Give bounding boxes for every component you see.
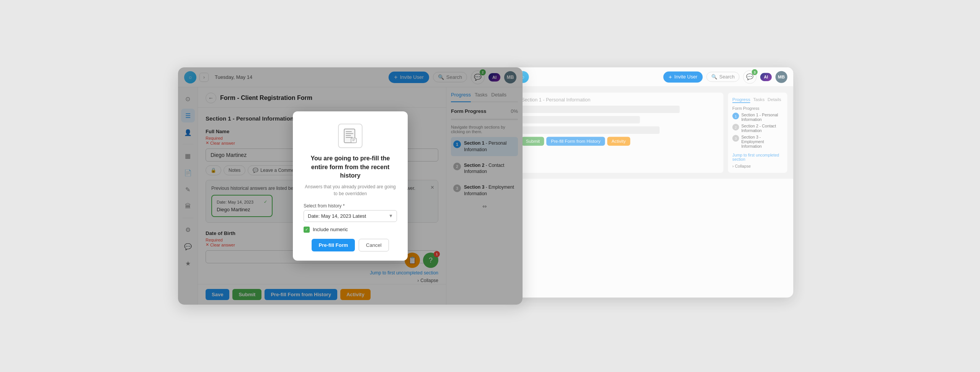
secondary-search[interactable]: 🔍 Search: [706, 72, 740, 82]
secondary-form: Section 1 - Personal Information Submit …: [517, 93, 724, 173]
modal-form-icon: [338, 124, 363, 148]
secondary-form-progress-label: Form Progress: [732, 106, 783, 111]
modal-cancel-button[interactable]: Cancel: [359, 239, 389, 251]
secondary-prefill-btn: Pre-fill Form from History: [546, 137, 605, 145]
modal-select-wrapper: Date: May 14, 2023 Latest ▼: [304, 210, 397, 222]
modal-title: You are going to pre-fill the entire for…: [304, 154, 397, 180]
secondary-avatar: MB: [776, 71, 787, 83]
main-window: ○ › Tuesday, May 14 + Invite User 🔍 Sear…: [178, 67, 523, 305]
secondary-jump-link: Jump to first uncompleted section: [732, 153, 783, 162]
secondary-section-title: Section 1 - Personal Information: [521, 97, 719, 103]
svg-rect-7: [352, 140, 354, 141]
modal-prefill-button[interactable]: Pre-fill Form: [312, 239, 355, 251]
secondary-section-1-nav: 1 Section 1 - Personal Information: [732, 113, 783, 121]
secondary-section-2-nav: 2 Section 2 - Contact Information: [732, 124, 783, 132]
include-numeric-label: Include numeric: [313, 227, 348, 232]
modal-actions: Pre-fill Form Cancel: [304, 239, 397, 251]
secondary-submit-btn: Submit: [521, 137, 544, 145]
history-select[interactable]: Date: May 14, 2023 Latest: [304, 210, 397, 222]
secondary-right-panel: Progress Tasks Details Form Progress 1 S…: [728, 93, 787, 173]
secondary-activity-btn: Activity: [607, 137, 630, 145]
svg-rect-6: [352, 139, 355, 140]
svg-rect-1: [346, 131, 352, 132]
modal-overlay[interactable]: You are going to pre-fill the entire for…: [178, 67, 523, 305]
secondary-nav-actions: + Invite User 🔍 Search 💬 3 AI MB: [663, 70, 787, 83]
include-numeric-checkbox[interactable]: ✓: [304, 227, 310, 233]
secondary-section-3-nav: 3 Section 3 - Employment Information: [732, 135, 783, 148]
svg-rect-3: [346, 135, 351, 136]
secondary-footer-btns: Submit Pre-fill Form from History Activi…: [521, 137, 719, 145]
secondary-field-placeholder-1: [521, 106, 679, 113]
secondary-field-placeholder-3: [521, 126, 660, 134]
secondary-tabs: Progress Tasks Details: [732, 97, 783, 103]
modal-select-label: Select from history *: [304, 203, 397, 209]
secondary-ai-btn[interactable]: AI: [760, 73, 772, 81]
secondary-invite-btn[interactable]: + Invite User: [663, 71, 702, 82]
secondary-window: ○ + Invite User 🔍 Search 💬 3 AI MB Secti…: [511, 67, 793, 297]
svg-rect-4: [346, 137, 353, 138]
secondary-notifications[interactable]: 💬 3: [743, 70, 756, 83]
secondary-collapse-link: › Collapse: [732, 164, 783, 168]
secondary-content: Section 1 - Personal Information Submit …: [511, 86, 793, 179]
modal-subtitle: Answers that you already provided are go…: [304, 183, 397, 197]
secondary-field-placeholder-2: [521, 116, 640, 123]
secondary-badge: 3: [752, 69, 758, 75]
prefill-modal: You are going to pre-fill the entire for…: [293, 111, 408, 260]
svg-rect-2: [346, 133, 353, 134]
modal-checkbox-row: ✓ Include numeric: [304, 227, 397, 233]
secondary-top-nav: ○ + Invite User 🔍 Search 💬 3 AI MB: [511, 67, 793, 86]
